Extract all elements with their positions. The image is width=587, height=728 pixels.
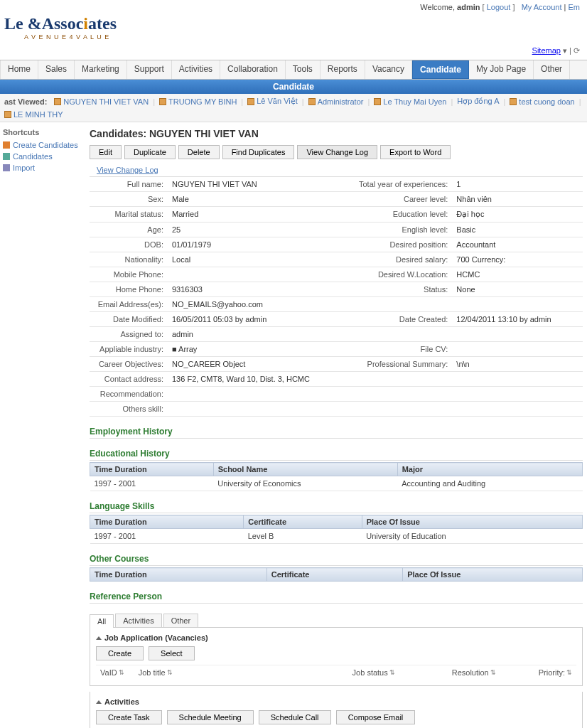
create-button[interactable]: Create: [96, 646, 144, 660]
field-label: File CV:: [352, 342, 452, 357]
field-label: Nationality:: [90, 252, 168, 267]
view-change-log-button[interactable]: View Change Log: [297, 145, 377, 159]
sitemap-row: Sitemap ▾ | ⟳: [0, 45, 587, 60]
field-value: Married: [168, 207, 352, 223]
col-time-duration: Time Duration: [90, 463, 214, 476]
lv-item-1[interactable]: TRUONG MY BINH: [159, 97, 237, 106]
lv-item-6[interactable]: test cuong doan: [510, 97, 574, 106]
field-label: Appliable industry:: [90, 342, 168, 357]
lv-item-0[interactable]: NGUYEN THI VIET VAN: [54, 97, 149, 106]
detail-row: Others skill:: [90, 402, 583, 417]
field-value: [452, 402, 583, 417]
col-job-status[interactable]: Job status: [352, 668, 395, 677]
field-value: [452, 342, 583, 357]
compose-email-button[interactable]: Compose Email: [336, 710, 416, 724]
field-label: [352, 402, 452, 417]
tab-other[interactable]: Other: [534, 60, 570, 79]
delete-button[interactable]: Delete: [178, 145, 220, 159]
view-change-log-link[interactable]: View Change Log: [90, 164, 583, 177]
tab-home[interactable]: Home: [0, 60, 38, 79]
field-label: Full name:: [90, 177, 168, 192]
export-to-word-button[interactable]: Export to Word: [380, 145, 451, 159]
field-value: 16/05/2011 05:03 by admin: [168, 312, 352, 327]
lv-item-5[interactable]: Hợp đồng A: [457, 97, 499, 106]
field-value: [452, 327, 583, 342]
tab-vacancy[interactable]: Vacancy: [365, 60, 412, 79]
person-icon: [4, 111, 11, 118]
panel-title-job-application[interactable]: Job Application (Vacancies): [96, 633, 576, 642]
panel-title-activities[interactable]: Activities: [96, 697, 576, 706]
col-vaid[interactable]: VaID: [100, 668, 124, 677]
field-value: None: [452, 282, 583, 297]
select-button[interactable]: Select: [149, 646, 195, 660]
col-school-name: School Name: [213, 463, 397, 476]
col-time-duration: Time Duration: [90, 568, 267, 582]
tab-activities[interactable]: Activities: [172, 60, 220, 79]
tab-collaboration[interactable]: Collaboration: [220, 60, 286, 79]
col-priority[interactable]: Priority:: [539, 668, 572, 677]
field-label: Age:: [90, 223, 168, 237]
find-duplicates-button[interactable]: Find Duplicates: [222, 145, 295, 159]
duplicate-button[interactable]: Duplicate: [124, 145, 176, 159]
sub-nav[interactable]: Candidate: [0, 80, 587, 94]
field-value: [452, 372, 583, 387]
lv-item-3[interactable]: Administrator: [308, 97, 364, 106]
col-resolution[interactable]: Resolution: [452, 668, 496, 677]
sub-tabs-row: All Activities Other: [90, 614, 583, 628]
tab-tools[interactable]: Tools: [286, 60, 321, 79]
lv-item-7[interactable]: LE MINH THY: [4, 110, 63, 119]
last-viewed-label: ast Viewed:: [4, 97, 47, 106]
detail-row: Full name:NGUYEN THI VIET VANTotal year …: [90, 177, 583, 192]
sitemap-link[interactable]: Sitemap: [532, 46, 561, 55]
tab-reports[interactable]: Reports: [321, 60, 365, 79]
main-nav: Home Sales Marketing Support Activities …: [0, 60, 587, 80]
tab-my-job-page[interactable]: My Job Page: [469, 60, 534, 79]
field-label: [352, 327, 452, 342]
my-account-link[interactable]: My Account: [522, 3, 562, 11]
tab-sales[interactable]: Sales: [38, 60, 75, 79]
shortcut-import[interactable]: Import: [3, 162, 82, 173]
table-row: 1997 - 2001Level BUniversity of Educatio…: [90, 529, 583, 544]
edit-button[interactable]: Edit: [90, 145, 122, 159]
last-viewed-bar: ast Viewed: NGUYEN THI VIET VAN| TRUONG …: [0, 94, 587, 122]
lv-item-2[interactable]: Lê Văn Việt: [247, 97, 298, 106]
tab-marketing[interactable]: Marketing: [75, 60, 127, 79]
page-title: Candidates: NGUYEN THI VIET VAN: [90, 128, 583, 139]
field-value: NO_EMAILS@yahoo.com: [168, 297, 352, 312]
logout-link[interactable]: Logout: [487, 3, 511, 11]
lv-item-4[interactable]: Le Thuy Mai Uyen: [374, 97, 446, 106]
shortcut-create-candidates[interactable]: Create Candidates: [3, 139, 82, 151]
field-value: Nhân viên: [452, 192, 583, 207]
field-label: Email Address(es):: [90, 297, 168, 312]
field-label: Assigned to:: [90, 327, 168, 342]
detail-row: Career Objectives:NO_CAREER ObjectProfes…: [90, 357, 583, 372]
schedule-meeting-button[interactable]: Schedule Meeting: [167, 710, 254, 724]
language-grid: Time DurationCertificatePlace Of Issue 1…: [90, 515, 583, 544]
tab-candidate[interactable]: Candidate: [412, 60, 469, 79]
field-value: HCMC: [452, 267, 583, 282]
field-value: 12/04/2011 13:10 by admin: [452, 312, 583, 327]
table-row: 1997 - 2001University of EconomicsAccoun…: [90, 476, 583, 491]
field-value: 700 Currency:: [452, 252, 583, 267]
field-label: Status:: [352, 282, 452, 297]
refresh-icon[interactable]: ⟳: [573, 46, 580, 55]
field-value: [168, 387, 352, 402]
col-job-title[interactable]: Job title: [139, 668, 173, 677]
shortcut-candidates[interactable]: Candidates: [3, 151, 82, 162]
tab-support[interactable]: Support: [127, 60, 172, 79]
logo-subtitle: A V E N U E 4 V A L U E: [24, 33, 583, 41]
section-employment-history: Employment History: [90, 427, 583, 439]
field-label: Mobile Phone:: [90, 267, 168, 282]
section-reference-person: Reference Person: [90, 592, 583, 604]
sub-tab-activities[interactable]: Activities: [115, 614, 161, 627]
field-value: [168, 267, 352, 282]
sub-tab-all[interactable]: All: [90, 614, 114, 628]
field-value: [452, 297, 583, 312]
schedule-call-button[interactable]: Schedule Call: [259, 710, 331, 724]
person-icon: [374, 98, 381, 105]
sub-tab-other[interactable]: Other: [163, 614, 199, 627]
shortcuts-title: Shortcuts: [3, 128, 82, 136]
person-icon: [247, 98, 254, 105]
em-link[interactable]: Em: [569, 3, 581, 11]
create-task-button[interactable]: Create Task: [96, 710, 162, 724]
